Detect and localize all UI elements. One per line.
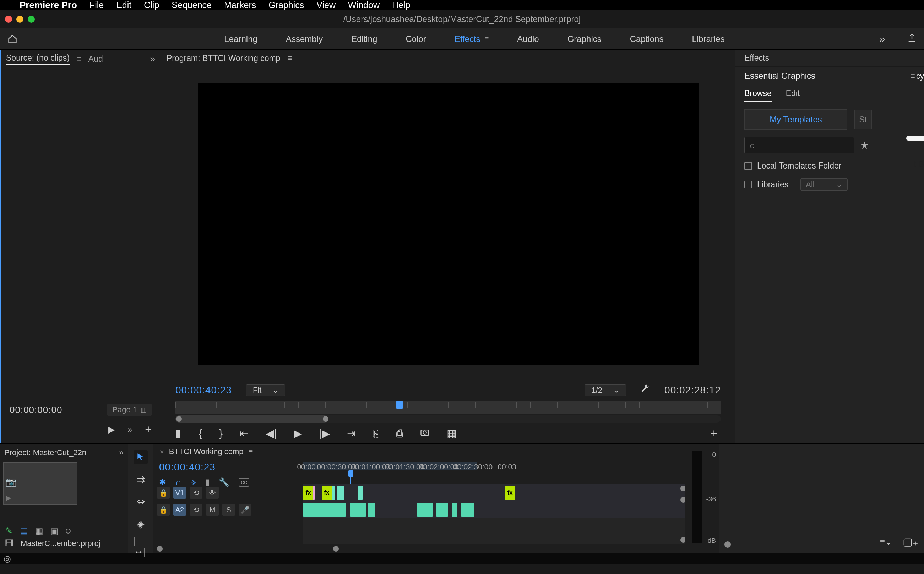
timeline-timecode[interactable]: 00:00:40:23 (157, 462, 299, 473)
mark-in-button[interactable]: { (198, 427, 202, 440)
ripple-edit-tool[interactable]: ⇔ (133, 495, 148, 509)
project-bin-thumbnail[interactable]: 📷 ▶ (3, 462, 78, 505)
freeform-view-icon[interactable]: ▣ (51, 526, 59, 536)
extract-button[interactable]: ⎙ (396, 427, 403, 440)
play-button[interactable]: ▶ (294, 427, 302, 440)
menu-view[interactable]: View (316, 0, 335, 10)
source-second-tab[interactable]: Aud (89, 54, 103, 64)
track-select-tool[interactable]: ⇉ (133, 473, 148, 486)
a2-lock-button[interactable]: 🔒 (157, 504, 170, 516)
v1-lane[interactable]: fx fx fx (302, 484, 685, 501)
a2-sync-lock-button[interactable]: ⟲ (190, 504, 203, 516)
go-to-out-button[interactable]: ⇥ (347, 427, 356, 440)
v1-track-header[interactable]: 🔒 V1 ⟲ 👁 (157, 484, 302, 501)
source-tab-menu-icon[interactable]: ≡ (77, 54, 81, 63)
source-play-button[interactable]: ▶ (108, 425, 115, 435)
workspace-audio[interactable]: Audio (517, 34, 539, 44)
step-forward-button[interactable]: |▶ (319, 427, 330, 440)
program-playhead[interactable] (396, 401, 403, 409)
program-tab[interactable]: Program: BTTCI Working comp (166, 54, 280, 63)
menu-markers[interactable]: Markers (224, 0, 256, 10)
close-sequence-button[interactable]: × (160, 448, 164, 456)
source-tab[interactable]: Source: (no clips) (6, 53, 70, 65)
add-marker-button[interactable]: ▮ (176, 427, 182, 440)
pen-icon[interactable]: ✎ (5, 525, 13, 536)
zoom-dot-icon[interactable] (66, 528, 71, 533)
comparison-view-button[interactable]: ▦ (447, 427, 457, 440)
v1-target-button[interactable]: V1 (173, 487, 186, 499)
audio-clip[interactable] (452, 503, 457, 517)
bottom-scroll-dot[interactable] (725, 541, 731, 548)
template-search-input[interactable] (758, 140, 849, 150)
step-back-button[interactable]: ◀| (266, 427, 277, 440)
menu-edit[interactable]: Edit (116, 0, 131, 10)
favorites-star-button[interactable]: ★ (860, 139, 869, 151)
program-tab-menu-icon[interactable]: ≡ (287, 54, 292, 63)
workspace-libraries[interactable]: Libraries (692, 34, 725, 44)
fx-badge[interactable]: fx (303, 486, 313, 500)
timeline-playhead[interactable] (348, 470, 353, 477)
razor-tool[interactable]: ◈ (133, 517, 148, 531)
scrollbar-handle[interactable] (176, 415, 328, 423)
source-timecode[interactable]: 00:00:00:00 (9, 404, 62, 415)
sequence-menu-icon[interactable]: ≡ (248, 447, 253, 456)
audio-clip[interactable] (303, 503, 345, 517)
v1-lock-button[interactable]: 🔒 (157, 487, 170, 499)
source-overflow-button[interactable]: » (150, 54, 155, 65)
icon-view-icon[interactable]: ▦ (35, 526, 43, 536)
mark-out-button[interactable]: } (219, 427, 223, 440)
a2-voiceover-button[interactable]: 🎤 (239, 504, 252, 516)
effects-panel-header[interactable]: Effects (736, 50, 924, 67)
eg-title[interactable]: Essential Graphics (744, 71, 815, 81)
eg-panel-menu-icon[interactable]: ≡ (910, 71, 915, 81)
eg-browse-tab[interactable]: Browse (744, 89, 772, 102)
list-menu-icon[interactable]: ≡⌄ (880, 537, 892, 547)
minimize-window-button[interactable] (16, 16, 24, 23)
my-templates-button[interactable]: My Templates (744, 109, 847, 130)
v1-toggle-output-button[interactable]: 👁 (206, 487, 219, 499)
source-add-button[interactable]: + (145, 423, 152, 436)
sequence-name-tab[interactable]: BTTCI Working comp (169, 447, 244, 456)
libraries-filter-dropdown[interactable]: All⌄ (801, 178, 847, 191)
home-button[interactable] (0, 34, 25, 44)
timeline-zoom-left[interactable] (157, 546, 163, 552)
selection-tool[interactable] (133, 450, 148, 464)
menu-file[interactable]: File (90, 0, 104, 10)
source-overflow-icon[interactable]: » (128, 425, 132, 435)
stock-templates-icon[interactable]: St (854, 110, 872, 129)
maximize-window-button[interactable] (28, 16, 35, 23)
project-tab[interactable]: Project: MasterCut_22n (4, 448, 86, 457)
audio-clip[interactable] (461, 503, 475, 517)
zoom-level-dropdown[interactable]: Fit⌄ (246, 384, 285, 396)
menu-window[interactable]: Window (348, 0, 380, 10)
quick-export-button[interactable] (907, 33, 917, 45)
audio-clip[interactable] (437, 503, 448, 517)
a2-mute-button[interactable]: M (206, 504, 219, 516)
program-scrollbar[interactable] (176, 415, 721, 423)
workspace-assembly[interactable]: Assembly (286, 34, 323, 44)
timeline-zoom-right[interactable] (333, 546, 339, 552)
video-clip[interactable]: fx (303, 486, 315, 500)
workspace-color[interactable]: Color (405, 34, 426, 44)
app-name-menu[interactable]: Premiere Pro (19, 0, 77, 11)
button-editor-button[interactable]: + (710, 427, 717, 440)
workspace-menu-icon[interactable]: ≡ (485, 35, 489, 43)
fx-badge[interactable]: fx (322, 486, 332, 500)
workspace-editing[interactable]: Editing (351, 34, 377, 44)
a2-solo-button[interactable]: S (222, 504, 235, 516)
go-to-in-button[interactable]: ⇤ (240, 427, 248, 440)
template-search-box[interactable]: ⌕ (744, 137, 854, 153)
project-filename[interactable]: MasterC...ember.prproj (21, 539, 101, 548)
menu-help[interactable]: Help (392, 0, 410, 10)
playback-resolution-dropdown[interactable]: 1/2⌄ (584, 384, 626, 396)
scrollbar-right-handle[interactable] (323, 416, 329, 422)
local-templates-checkbox[interactable] (744, 162, 752, 170)
program-monitor[interactable] (198, 84, 698, 365)
video-clip[interactable] (358, 486, 362, 500)
workspace-learning[interactable]: Learning (224, 34, 257, 44)
v1-sync-lock-button[interactable]: ⟲ (190, 487, 203, 499)
video-clip[interactable]: fx (322, 486, 335, 500)
program-ruler[interactable] (176, 401, 721, 414)
filmstrip-icon[interactable]: 🎞 (5, 539, 14, 549)
video-clip[interactable] (337, 486, 345, 500)
